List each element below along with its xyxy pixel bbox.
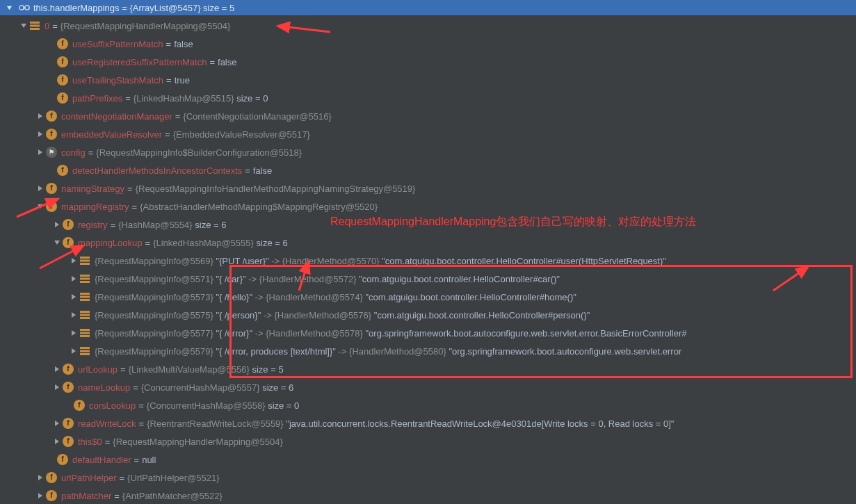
svg-rect-14 xyxy=(80,299,90,301)
node-label: mappingRegistry={AbstractHandlerMethodMa… xyxy=(61,202,378,211)
svg-rect-20 xyxy=(80,335,90,337)
tree-row[interactable]: fnamingStrategy={RequestMappingInfoHandl… xyxy=(0,179,856,197)
expand-toggle[interactable] xyxy=(36,148,45,156)
list-item-icon xyxy=(79,291,90,302)
tree-row[interactable]: {RequestMappingInfo@5573} "{ /hello}" ->… xyxy=(0,288,856,306)
node-label: mappingLookup={LinkedHashMap@5555} size … xyxy=(78,238,288,247)
expand-toggle[interactable] xyxy=(36,202,45,211)
node-label: this$0={RequestMappingHandlerMapping@550… xyxy=(78,437,283,446)
tree-row[interactable]: fuseTrailingSlashMatch=true xyxy=(0,71,856,89)
node-label: {RequestMappingInfo@5571} "{ /car}" -> {… xyxy=(95,275,560,284)
node-label: config={RequestMappingInfo$BuilderConfig… xyxy=(61,148,302,157)
svg-point-1 xyxy=(25,6,29,10)
expand-toggle[interactable] xyxy=(36,130,45,138)
field-icon: f xyxy=(46,472,57,483)
expand-toggle[interactable] xyxy=(53,437,61,446)
tree-row[interactable]: fregistry={HashMap@5554} size = 6 xyxy=(0,216,856,234)
field-icon: f xyxy=(63,219,74,230)
svg-rect-7 xyxy=(80,260,90,262)
expand-toggle[interactable] xyxy=(36,184,45,193)
field-icon: f xyxy=(46,129,57,140)
node-label: urlPathHelper={UrlPathHelper@5521} xyxy=(61,473,220,482)
svg-rect-12 xyxy=(80,293,90,295)
expand-toggle[interactable] xyxy=(70,347,78,355)
chevron-down-icon[interactable] xyxy=(6,4,13,11)
tree-row[interactable]: fnameLookup={ConcurrentHashMap@5557} siz… xyxy=(0,378,856,396)
tree-row[interactable]: furlLookup={LinkedMultiValueMap@5556} si… xyxy=(0,360,856,378)
expand-toggle[interactable] xyxy=(36,473,45,482)
svg-rect-3 xyxy=(30,22,40,24)
debugger-header[interactable]: this.handlerMappings = {ArrayList@5457} … xyxy=(0,0,856,15)
flags-icon: ⚑ xyxy=(46,147,57,158)
tree-row[interactable]: {RequestMappingInfo@5579} "{ /error, pro… xyxy=(0,342,856,360)
variables-tree[interactable]: 0={RequestMappingHandlerMapping@5504}fus… xyxy=(0,15,856,504)
field-icon: f xyxy=(57,56,68,67)
field-icon: f xyxy=(57,74,68,86)
tree-row[interactable]: {RequestMappingInfo@5575} "{ /person}" -… xyxy=(0,306,856,324)
tree-row[interactable]: {RequestMappingInfo@5569} "{PUT /user}" … xyxy=(0,252,856,270)
node-label: pathPrefixes={LinkedHashMap@5515} size =… xyxy=(72,94,268,103)
svg-rect-22 xyxy=(80,350,90,352)
node-label: readWriteLock={ReentrantReadWriteLock@55… xyxy=(78,419,674,428)
expand-toggle[interactable] xyxy=(70,257,78,265)
svg-rect-19 xyxy=(80,332,90,334)
node-label: namingStrategy={RequestMappingInfoHandle… xyxy=(61,184,415,193)
tree-row[interactable]: fmappingRegistry={AbstractHandlerMethodM… xyxy=(0,197,856,216)
node-label: useTrailingSlashMatch=true xyxy=(72,76,190,85)
expand-toggle[interactable] xyxy=(53,419,61,428)
node-label: pathMatcher={AntPathMatcher@5522} xyxy=(61,491,223,501)
expand-toggle[interactable] xyxy=(53,383,61,391)
expand-toggle[interactable] xyxy=(70,293,78,301)
expand-toggle[interactable] xyxy=(19,22,28,30)
svg-rect-18 xyxy=(80,329,90,331)
tree-row[interactable]: freadWriteLock={ReentrantReadWriteLock@5… xyxy=(0,414,856,432)
expand-toggle[interactable] xyxy=(70,311,78,319)
tree-row[interactable]: {RequestMappingInfo@5577} "{ /error}" ->… xyxy=(0,324,856,342)
expand-toggle[interactable] xyxy=(70,329,78,337)
tree-row[interactable]: fembeddedValueResolver={EmbeddedValueRes… xyxy=(0,125,856,143)
tree-row[interactable]: {RequestMappingInfo@5571} "{ /car}" -> {… xyxy=(0,270,856,288)
svg-rect-5 xyxy=(30,28,40,30)
tree-row[interactable]: 0={RequestMappingHandlerMapping@5504} xyxy=(0,17,856,35)
expand-toggle[interactable] xyxy=(36,491,45,500)
field-icon: f xyxy=(57,165,68,176)
svg-rect-16 xyxy=(80,314,90,316)
node-label: {RequestMappingInfo@5573} "{ /hello}" ->… xyxy=(95,293,576,302)
tree-row[interactable]: fdetectHandlerMethodsInAncestorContexts=… xyxy=(0,161,856,179)
expand-toggle[interactable] xyxy=(36,112,45,120)
field-icon: f xyxy=(46,111,57,122)
tree-row[interactable]: fdefaultHandler=null xyxy=(0,450,856,469)
header-text: this.handlerMappings = {ArrayList@5457} … xyxy=(33,3,234,13)
tree-row[interactable]: fthis$0={RequestMappingHandlerMapping@55… xyxy=(0,432,856,450)
tree-row[interactable]: fcontentNegotiationManager={ContentNegot… xyxy=(0,107,856,125)
tree-row[interactable]: fcorsLookup={ConcurrentHashMap@5558} siz… xyxy=(0,396,856,414)
svg-point-0 xyxy=(19,6,24,10)
expand-toggle[interactable] xyxy=(53,365,61,373)
tree-row[interactable]: ⚑config={RequestMappingInfo$BuilderConfi… xyxy=(0,143,856,161)
tree-row[interactable]: fpathPrefixes={LinkedHashMap@5515} size … xyxy=(0,89,856,107)
node-label: {RequestMappingInfo@5579} "{ /error, pro… xyxy=(95,347,681,356)
node-label: detectHandlerMethodsInAncestorContexts=f… xyxy=(72,166,272,175)
node-label: contentNegotiationManager={ContentNegoti… xyxy=(61,112,332,121)
expand-toggle[interactable] xyxy=(70,275,78,283)
tree-row[interactable]: furlPathHelper={UrlPathHelper@5521} xyxy=(0,469,856,487)
watch-glasses-icon xyxy=(18,4,31,11)
expand-toggle[interactable] xyxy=(53,220,61,229)
field-icon: f xyxy=(57,92,68,104)
tree-row[interactable]: fuseRegisteredSuffixPatternMatch=false xyxy=(0,53,856,71)
tree-row[interactable]: fuseSuffixPatternMatch=false xyxy=(0,35,856,53)
field-icon: f xyxy=(57,38,68,49)
tree-row[interactable]: fpathMatcher={AntPathMatcher@5522} xyxy=(0,487,856,504)
node-label: nameLookup={ConcurrentHashMap@5557} size… xyxy=(78,383,293,392)
list-item-icon xyxy=(79,346,90,357)
svg-rect-10 xyxy=(80,278,90,280)
field-icon: f xyxy=(63,436,74,447)
node-label: useSuffixPatternMatch=false xyxy=(72,40,193,49)
svg-rect-21 xyxy=(80,347,90,349)
field-icon: f xyxy=(63,364,74,375)
field-icon: f xyxy=(63,382,74,393)
tree-row[interactable]: fmappingLookup={LinkedHashMap@5555} size… xyxy=(0,234,856,252)
svg-rect-6 xyxy=(80,257,90,259)
svg-rect-4 xyxy=(30,25,40,27)
expand-toggle[interactable] xyxy=(53,238,61,247)
